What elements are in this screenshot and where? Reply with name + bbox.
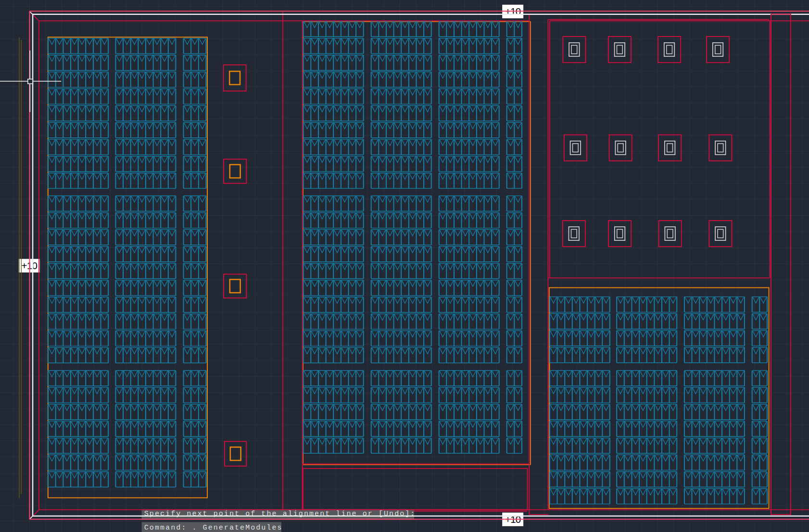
svg-text:Command: . GenerateModules: Command: . GenerateModules — [144, 524, 283, 532]
svg-text:Specify next point of the alig: Specify next point of the alignment line… — [144, 510, 416, 518]
